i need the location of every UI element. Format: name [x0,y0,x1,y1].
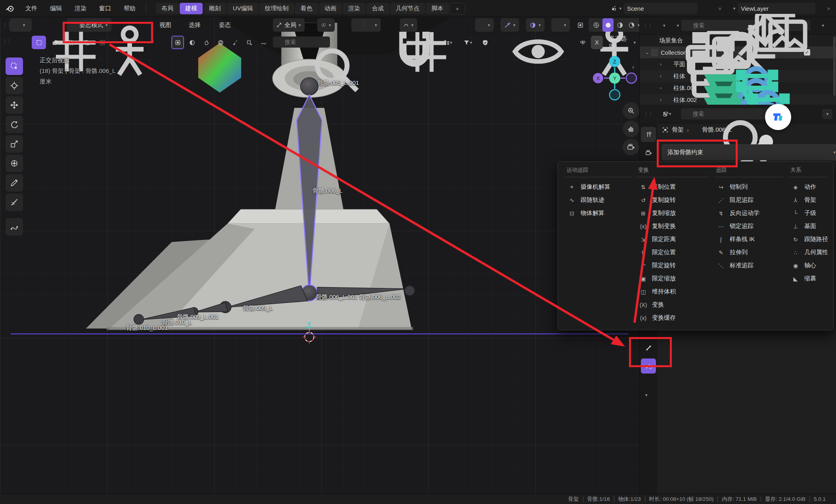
brush-select-icon[interactable] [171,36,184,49]
mesh-data-icon[interactable] [698,73,704,80]
tab-modeling[interactable]: 建模 [180,3,203,14]
tab-compositing[interactable]: 合成 [366,3,389,14]
tab-layout[interactable]: 布局 [156,3,179,14]
menu-item-copy-scale[interactable]: ⊞复制缩放 [636,207,709,220]
gizmo-axis-z-neg[interactable] [610,90,620,100]
scene-name-field[interactable]: Scene [624,3,698,14]
menu-item-limit-scale[interactable]: ▣限定缩放 [636,272,709,285]
menu-item-transform-cache[interactable]: (x)变换缓存 [636,311,709,324]
menu-item-floor[interactable]: ⊥基面 [788,220,828,233]
render-visibility-icon[interactable] [826,97,833,103]
tab-uv-editing[interactable]: UV编辑 [227,3,259,14]
modifier-wrench-icon[interactable] [688,61,695,68]
mesh-data-icon[interactable] [709,85,716,92]
expand-chevron[interactable]: › [657,61,664,67]
mirror-x-button[interactable]: X [591,36,603,49]
menu-select[interactable]: 选择 [186,18,203,32]
tab-animation[interactable]: 动画 [319,3,342,14]
pin-scene-icon[interactable] [700,5,707,12]
menu-item-transformation[interactable]: (X)变换 [636,298,709,311]
menu-item-copy-rotation[interactable]: ↺复制旋转 [636,194,709,207]
tabstrip-more-chevron[interactable]: ▾ [645,393,648,398]
shield-icon[interactable] [478,36,492,49]
hide-eye-icon[interactable] [815,97,822,103]
menu-item-shrinkwrap[interactable]: ◣缩裹 [788,272,828,285]
expand-chevron[interactable]: › [657,97,664,103]
select-mode-extend[interactable] [48,36,62,49]
menu-item-maintain-volume[interactable]: ◫维持体积 [636,285,709,298]
tab-render-properties[interactable] [641,145,656,160]
toolbar-drag-dots[interactable]: ⋮⋮ [2,38,11,44]
breadcrumb-object[interactable]: 骨架 [672,126,684,134]
menu-edit[interactable]: 编辑 [44,0,68,17]
outliner-filter-type-icon[interactable] [668,22,675,29]
tool-search-input[interactable] [284,38,327,46]
menu-render[interactable]: 渲染 [68,0,93,17]
world-icon[interactable] [214,36,227,49]
gizmo-axis-x-neg[interactable] [626,73,637,83]
viewlayer-name-field[interactable]: ViewLayer [738,3,815,14]
tool-measure[interactable] [6,194,23,211]
pan-hand-button[interactable] [623,121,639,137]
viewlayer-browse-chevron[interactable]: ▾ [733,6,736,11]
hide-eye-icon[interactable] [815,85,822,92]
xray-toggle[interactable] [574,18,586,32]
stroke-curve-icon[interactable] [257,36,270,49]
properties-search-input[interactable] [692,110,771,117]
menu-item-geometry-attribute[interactable]: ∴几何属性 [788,246,828,259]
pose-options-dropdown[interactable]: 姿态选项▾ [605,36,639,49]
menu-item-inverse-kinematics[interactable]: ↯反向运动学 [713,207,783,220]
menu-window[interactable]: 窗口 [93,0,117,17]
menu-item-damped-track[interactable]: ⋰阻尼追踪 [713,194,783,207]
magnet-icon[interactable] [355,22,362,29]
transform-orientation[interactable]: 全局▾ [273,18,305,32]
shading-rendered[interactable] [626,18,637,32]
menu-item-locked-track[interactable]: ⋯锁定追踪 [713,220,783,233]
delete-viewlayer-icon[interactable]: × [827,5,830,12]
menu-item-camera-solver[interactable]: ⌖摄像机解算 [564,180,632,194]
mirror-butterfly-icon[interactable] [576,36,589,49]
viewport-3d[interactable]: 骨骼.005_L.001 骨骼.006_L 骨骼.006_L.001 骨骼.00… [0,17,639,494]
visibility-dropdown[interactable]: ▾ [475,18,494,32]
scene-browse-chevron[interactable]: ▾ [619,6,621,11]
tab-rendering[interactable]: 渲染 [343,3,366,14]
tool-annotate[interactable] [6,174,23,192]
properties-drag-dots[interactable]: ⋮⋮ [644,111,652,117]
menu-item-armature[interactable]: ⅄骨架 [788,194,828,207]
expand-chevron[interactable]: › [657,85,664,91]
shading-solid[interactable] [602,18,614,32]
gizmos-dropdown[interactable]: ▾ [500,18,519,32]
hide-eye-icon[interactable] [815,73,822,80]
pivot-point-selector[interactable]: ▾ [317,18,335,32]
select-mode-tweak[interactable] [32,36,46,49]
tab-bone-properties[interactable] [641,340,656,355]
copy-viewlayer-icon[interactable] [818,5,824,12]
tool-extra-curve[interactable] [6,218,23,236]
curve-falloff-icon[interactable] [408,36,422,49]
mask-icon[interactable] [186,36,198,49]
tool-select-box[interactable] [6,57,23,75]
menu-item-pivot[interactable]: ◉轴心 [788,259,828,272]
filter-dropdown[interactable]: ▾ [458,36,477,49]
rotate-stroke-icon[interactable] [243,36,255,49]
shading-material[interactable] [615,18,625,32]
snap-controls[interactable]: ▾ [351,18,381,32]
overlays-dropdown[interactable]: ▾ [526,18,545,32]
menu-item-track-to[interactable]: ⋱标准追踪 [713,259,783,272]
menu-help[interactable]: 帮助 [117,0,142,17]
tab-bone-constraint-properties[interactable] [641,358,656,374]
menu-item-copy-location[interactable]: ⇅复制位置 [636,180,709,194]
tool-cursor[interactable] [6,77,23,94]
material-preview-icon[interactable] [160,38,168,46]
menu-item-child-of[interactable]: └子级 [788,207,828,220]
delete-scene-icon[interactable]: × [718,5,722,12]
menu-item-limit-rotation[interactable]: ↶限定旋转 [636,259,709,272]
menu-file[interactable]: 文件 [19,0,44,17]
menu-item-follow-track[interactable]: ∿跟随轨迹 [564,194,632,207]
outliner-display-mode-icon[interactable] [654,22,661,29]
tab-tool-properties[interactable] [641,127,656,142]
tool-rotate[interactable] [6,116,23,133]
tab-scripting[interactable]: 脚本 [426,3,449,14]
pin-id-icon[interactable] [805,126,812,133]
zoom-button[interactable] [623,102,639,119]
